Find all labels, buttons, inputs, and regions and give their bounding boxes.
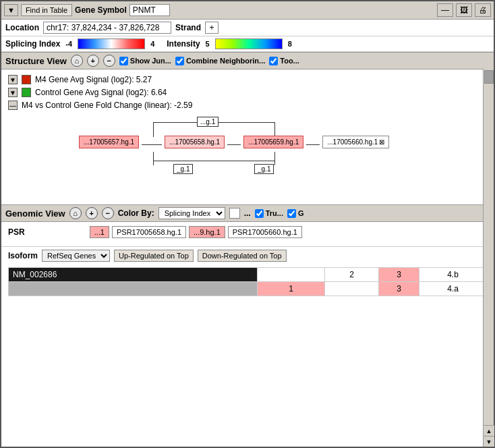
image-btn[interactable]: 🖼 [456, 3, 472, 17]
scroll-thumb[interactable] [484, 70, 494, 84]
psr-row: PSR ...1 PSR17005658.hg.1 ...9.hg.1 PSR1… [8, 226, 487, 238]
psr-box-1[interactable]: ...1 [90, 226, 109, 238]
genomic-zoom-out-btn[interactable]: − [102, 207, 114, 219]
g-label: G [298, 209, 304, 217]
expand-btn-1[interactable]: ▼ [8, 75, 18, 84]
structure-view-content: ▼ M4 Gene Avg Signal (log2): 5.27 ▼ Cont… [1, 69, 494, 204]
signal2-label: Control Gene Avg Signal (log2): 6.64 [35, 88, 167, 97]
signal1-color-box [22, 75, 31, 84]
combine-neighbors-checkbox[interactable] [175, 57, 184, 65]
isoform-table-container: NM_002686 2 3 4.b 1 3 4.a [1, 267, 494, 303]
isoform-select[interactable]: RefSeq Genes [42, 250, 110, 262]
signal-row-2: ▼ Control Gene Avg Signal (log2): 6.64 [8, 88, 487, 97]
location-label: Location [5, 23, 39, 32]
structure-home-btn[interactable]: ⌂ [71, 55, 83, 67]
dropdown-arrow-btn[interactable]: ▼ [4, 4, 18, 16]
tru-label: Tru... [266, 209, 283, 217]
main-container: ▼ Find in Table Gene Symbol — 🖼 🖨 Locati… [0, 0, 495, 448]
gene-symbol-label: Gene Symbol [75, 5, 127, 15]
splicing-index-row: Splicing Index -4 4 Intensity 5 8 [1, 36, 494, 52]
color-by-label: Color By: [118, 208, 154, 218]
expand-btn-2[interactable]: ▼ [8, 88, 18, 97]
intensity-gradient-bar [215, 38, 283, 49]
up-regulated-btn[interactable]: Up-Regulated on Top [114, 250, 194, 262]
strand-label: Strand [175, 23, 201, 32]
structure-view-title: Structure View [5, 56, 67, 66]
color-by-select[interactable]: Splicing Index [158, 207, 225, 219]
splicing-max-label: 4 [150, 40, 154, 48]
scroll-down-btn[interactable]: ▼ [484, 436, 494, 447]
structure-zoom-in-btn[interactable]: + [87, 55, 99, 67]
tru-checkbox[interactable] [255, 209, 264, 218]
scrollbar[interactable]: ▲ ▼ [483, 69, 494, 447]
location-input[interactable] [43, 22, 171, 34]
isoform-row: Isoform RefSeq Genes Up-Regulated on Top… [1, 246, 494, 264]
exon-1: ...17005657.hg.1 [79, 136, 139, 148]
too-checkbox-item: Too... [269, 57, 299, 65]
color-swatch[interactable] [229, 208, 240, 219]
image-icon: 🖼 [460, 5, 468, 15]
genomic-home-btn[interactable]: ⌂ [69, 207, 82, 219]
splicing-min-label: -4 [65, 40, 72, 48]
intensity-min-label: 5 [206, 40, 210, 48]
alt-exon-bottom-left: _g.1 [173, 164, 193, 174]
down-regulated-btn[interactable]: Down-Regulated on Top [198, 250, 287, 262]
psr-label: PSR [8, 227, 25, 237]
top-toolbar: ▼ Find in Table Gene Symbol — 🖼 🖨 [1, 1, 494, 20]
combine-neighbors-checkbox-item: Combine Neighborin... [175, 57, 265, 65]
isoform-name-1: NM_002686 [9, 268, 258, 282]
location-row: Location Strand [1, 20, 494, 36]
genomic-zoom-in-btn[interactable]: + [86, 207, 98, 219]
table-row: 1 3 4.a [9, 282, 487, 296]
combine-neighbors-label: Combine Neighborin... [186, 57, 265, 65]
show-junctions-checkbox[interactable] [119, 57, 128, 65]
signal-row-1: ▼ M4 Gene Avg Signal (log2): 5.27 [8, 75, 487, 84]
alt-exon-top: ...g.1 [197, 117, 219, 127]
isoform-row2-col1: 1 [258, 282, 325, 296]
isoform-row1-col1 [258, 268, 325, 282]
signal2-color-box [22, 88, 31, 97]
exon-4: ...17005660.hg.1 ⊠ [322, 136, 389, 148]
signal1-label: M4 Gene Avg Signal (log2): 5.27 [35, 75, 152, 84]
expand-btn-3[interactable]: — [8, 101, 18, 110]
isoform-row1-col2: 2 [325, 268, 379, 282]
g-checkbox-item: G [287, 209, 304, 218]
find-in-table-btn[interactable]: Find in Table [21, 4, 72, 16]
intensity-max-label: 8 [288, 40, 292, 48]
isoform-label: Isoform [8, 251, 38, 260]
show-junctions-label: Show Jun... [130, 57, 171, 65]
too-label: Too... [280, 57, 299, 65]
alt-exon-bottom-right: _g.1 [254, 164, 274, 174]
signal3-label: M4 vs Control Gene Fold Change (linear):… [22, 101, 192, 110]
isoform-name-2 [9, 282, 258, 296]
isoform-table: NM_002686 2 3 4.b 1 3 4.a [8, 267, 487, 296]
print-btn[interactable]: 🖨 [475, 3, 491, 17]
genomic-view-content: PSR ...1 PSR17005658.hg.1 ...9.hg.1 PSR1… [1, 222, 494, 246]
too-checkbox[interactable] [269, 57, 278, 65]
structure-view-header: Structure View ⌂ + − Show Jun... Combine… [1, 52, 494, 69]
table-row: NM_002686 2 3 4.b [9, 268, 487, 282]
isoform-row2-col2 [325, 282, 379, 296]
psr-box-4[interactable]: PSR17005660.hg.1 [228, 226, 302, 238]
genomic-view-header: Genomic View ⌂ + − Color By: Splicing In… [1, 204, 494, 222]
isoform-row1-col4: 4.b [419, 268, 487, 282]
isoform-row2-col3: 3 [379, 282, 419, 296]
show-junctions-checkbox-item: Show Jun... [119, 57, 171, 65]
structure-zoom-out-btn[interactable]: − [103, 55, 115, 67]
print-icon: 🖨 [479, 5, 487, 15]
exon-2: ...17005658.hg.1 [165, 136, 225, 148]
intensity-label: Intensity [167, 39, 200, 49]
isoform-row1-col3: 3 [379, 268, 419, 282]
psr-box-2[interactable]: PSR17005658.hg.1 [112, 226, 186, 238]
genomic-view-title: Genomic View [5, 208, 65, 219]
strand-input[interactable] [205, 22, 219, 34]
minimize-btn[interactable]: — [437, 3, 453, 17]
ellipsis-btn[interactable]: ... [244, 208, 251, 218]
psr-box-3[interactable]: ...9.hg.1 [189, 226, 225, 238]
splicing-index-label: Splicing Index [5, 39, 60, 49]
g-checkbox[interactable] [287, 209, 296, 218]
gene-symbol-input[interactable] [129, 4, 170, 16]
scroll-up-btn[interactable]: ▲ [484, 425, 494, 436]
gene-diagram: ...g.1 ...17005657.hg.1 ...17005658.hg.1 [79, 117, 416, 177]
isoform-row2-col4: 4.a [419, 282, 487, 296]
